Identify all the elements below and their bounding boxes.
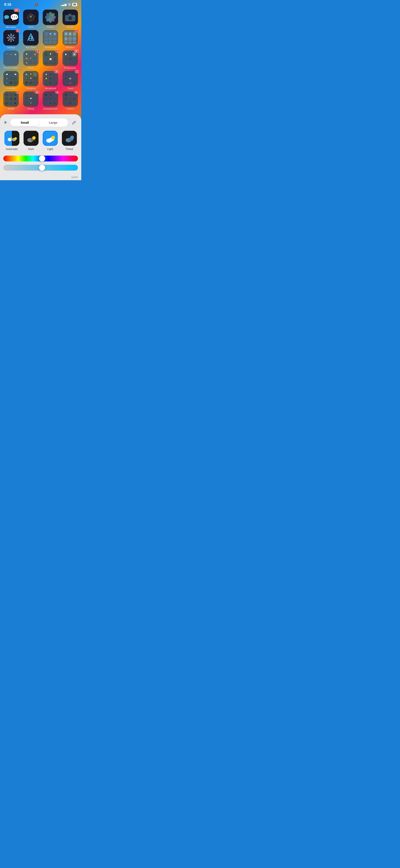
style-tinted[interactable]: Tinted xyxy=(61,131,78,151)
entertainment-badge: 8 xyxy=(55,91,59,94)
svg-point-59 xyxy=(32,136,36,140)
settings-label: Settings xyxy=(7,46,15,49)
photos-label: Photos xyxy=(47,26,54,28)
travel-folder-icon: ✈ K 🏨 🚗 ✈ xyxy=(63,71,78,86)
finance-label: Finance xyxy=(66,107,74,110)
svg-text:12: 12 xyxy=(30,13,31,14)
appstore-label: App Store xyxy=(26,46,36,49)
app-photos[interactable]: Photos xyxy=(42,9,59,28)
svg-line-46 xyxy=(74,122,75,122)
app-settings[interactable]: 1 Settings xyxy=(3,30,20,49)
app-household-icon-wrap: 🏠 T 🔔 R A 16 xyxy=(43,71,58,86)
navigation-folder-icon: 📍 🗺 📡 xyxy=(43,30,58,45)
app-music-icon-wrap: ⭐ 🎵 📻 📻 🎸 🎵 🧘 🎵 🎵 1 xyxy=(23,51,38,66)
svg-point-35 xyxy=(10,37,12,39)
dark-style-icon xyxy=(24,131,38,146)
app-clock[interactable]: 12 3 6 9 1 2 5 7 xyxy=(23,9,39,28)
app-clock-icon-wrap: 12 3 6 9 1 2 5 7 xyxy=(23,9,38,25)
style-dark[interactable]: Dark xyxy=(23,131,40,151)
app-entertainment[interactable]: ▶ N V T H P 8 Entertainment xyxy=(42,91,59,110)
finance-folder-icon: US V P $ xyxy=(63,91,78,107)
photovideo-label: Photo & Video xyxy=(4,67,18,69)
app-entertainment-icon-wrap: ▶ N V T H P 8 xyxy=(43,91,58,107)
travel-label: Travel xyxy=(67,87,73,90)
app-navigation-icon-wrap: 📍 🗺 📡 xyxy=(43,30,58,45)
music-folder-icon: ⭐ 🎵 📻 📻 🎸 🎵 🧘 🎵 🎵 xyxy=(23,51,38,66)
color-slider-thumb[interactable] xyxy=(39,155,45,162)
app-camera[interactable]: Camera xyxy=(62,9,78,28)
svg-text:9: 9 xyxy=(28,17,28,18)
dining-folder-icon: ☕ 🌿 xyxy=(23,91,38,107)
clock-icon: 12 3 6 9 1 2 5 7 xyxy=(23,9,38,25)
app-shopping[interactable]: 🏪 📦 a 🛒 💡 🏷 B Shopping xyxy=(23,71,39,90)
dining-label: Dining xyxy=(28,107,34,110)
tint-slider-track[interactable] xyxy=(3,165,78,170)
dark-style-label: Dark xyxy=(28,148,34,151)
svg-rect-31 xyxy=(68,14,71,16)
large-size-button[interactable]: Large xyxy=(39,119,67,126)
entertainment-label: Entertainment xyxy=(43,107,58,110)
photovideo-folder-icon: 📷 Aa ⭐ xyxy=(3,51,19,66)
small-size-button[interactable]: Small xyxy=(11,119,39,126)
app-dining[interactable]: ☕ 🌿 30 Dining xyxy=(23,91,39,110)
app-finance[interactable]: US V P $ 28 Finance xyxy=(62,91,78,110)
shopping-label: Shopping xyxy=(26,87,36,90)
svg-point-63 xyxy=(51,136,55,140)
app-weather[interactable]: 🌤 ⛅ 🌈 🌡 1 Weather xyxy=(62,30,78,49)
app-settings-icon-wrap: 1 xyxy=(3,30,19,45)
app-photovideo[interactable]: 📷 Aa ⭐ Photo & Video xyxy=(3,51,20,69)
brightness-icon: ☀ xyxy=(3,120,7,125)
svg-text:6: 6 xyxy=(30,20,31,21)
status-time: 8:16 xyxy=(4,2,11,7)
color-slider-track[interactable] xyxy=(3,156,78,161)
app-row-2: 1 Settings ⍺ App Store xyxy=(3,30,78,49)
svg-point-55 xyxy=(14,137,17,140)
health-badge: 1 xyxy=(16,91,20,94)
signal-bars-icon: ▂▄▆ xyxy=(61,3,66,6)
svg-rect-36 xyxy=(10,34,12,35)
app-shopping-icon-wrap: 🏪 📦 a 🛒 💡 🏷 B xyxy=(23,71,38,86)
app-appstore-icon-wrap: ⍺ xyxy=(23,30,38,45)
weather-label: Weather xyxy=(66,46,74,49)
style-light[interactable]: Light xyxy=(42,131,59,151)
svg-point-25 xyxy=(49,16,52,19)
app-weather-icon-wrap: 🌤 ⛅ 🌈 🌡 1 xyxy=(63,30,78,45)
app-travel-icon-wrap: ✈ K 🏨 🚗 ✈ 1 xyxy=(63,71,78,86)
app-row-5: T C M ❤ P ❤ 1 Health xyxy=(3,91,78,110)
reading-folder-icon: 📰 📺 📰 🙏 🌐 EN xyxy=(3,71,19,86)
tint-slider-thumb[interactable] xyxy=(39,164,45,171)
app-health-icon-wrap: T C M ❤ P ❤ 1 xyxy=(3,91,19,107)
eyedropper-button[interactable] xyxy=(70,119,78,126)
automatic-style-icon xyxy=(4,131,20,146)
app-messages-icon-wrap: 297 xyxy=(3,9,19,25)
svg-point-67 xyxy=(70,135,74,139)
productivity-badge: 38 xyxy=(74,50,79,53)
app-extras[interactable]: 💡 👤 📊 4 Extras xyxy=(42,51,59,69)
app-productivity[interactable]: 📋 📁 ✉ 38 Productivity xyxy=(62,51,78,69)
app-reading-icon-wrap: 📰 📺 📰 🙏 🌐 EN xyxy=(3,71,19,86)
music-label: Music xyxy=(28,67,34,69)
photos-icon xyxy=(43,9,58,25)
app-health[interactable]: T C M ❤ P ❤ 1 Health xyxy=(3,91,20,110)
app-music[interactable]: ⭐ 🎵 📻 📻 🎸 🎵 🧘 🎵 🎵 1 Music xyxy=(23,51,39,69)
settings-icon xyxy=(3,30,19,45)
app-navigation[interactable]: 📍 🗺 📡 Navigation xyxy=(42,30,59,49)
weather-badge: 1 xyxy=(75,29,79,32)
status-right-group: ▂▄▆ 93 xyxy=(61,3,77,6)
app-reading[interactable]: 📰 📺 📰 🙏 🌐 EN Reading xyxy=(3,71,20,90)
household-label: Household xyxy=(45,87,56,90)
dining-badge: 30 xyxy=(35,91,39,94)
automatic-style-label: Automatic xyxy=(6,148,18,151)
svg-point-30 xyxy=(69,17,71,19)
clock-label: Clock xyxy=(28,26,34,28)
app-travel[interactable]: ✈ K 🏨 🚗 ✈ 1 Travel xyxy=(62,71,78,90)
messages-label: Messages xyxy=(6,26,16,28)
app-household[interactable]: 🏠 T 🔔 R A 16 Household xyxy=(42,71,59,90)
app-messages[interactable]: 297 Messages xyxy=(3,9,20,28)
appstore-icon: ⍺ xyxy=(23,30,38,45)
navigation-label: Navigation xyxy=(45,46,56,49)
style-automatic[interactable]: Automatic xyxy=(3,131,21,151)
home-screen: 297 Messages 12 3 6 9 1 2 xyxy=(0,8,81,114)
shopping-folder-icon: 🏪 📦 a 🛒 💡 🏷 B xyxy=(23,71,38,86)
app-appstore[interactable]: ⍺ App Store xyxy=(23,30,39,49)
